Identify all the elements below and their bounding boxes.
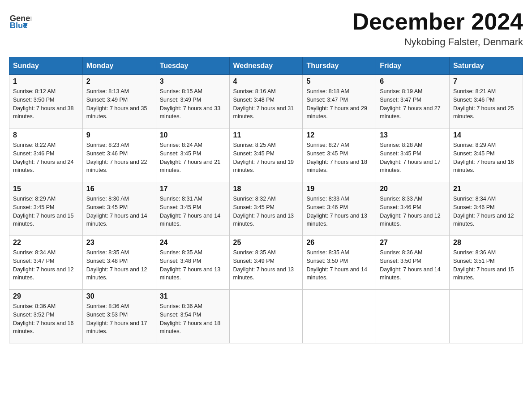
day-info: Sunrise: 8:36 AMSunset: 3:53 PMDaylight:… <box>86 302 152 336</box>
day-number: 14 <box>453 131 519 139</box>
calendar-cell: 14Sunrise: 8:29 AMSunset: 3:45 PMDayligh… <box>450 128 523 182</box>
day-info: Sunrise: 8:31 AMSunset: 3:45 PMDaylight:… <box>160 195 226 228</box>
calendar-cell: 12Sunrise: 8:27 AMSunset: 3:45 PMDayligh… <box>303 128 376 182</box>
day-number: 2 <box>86 77 152 86</box>
weekday-header-row: SundayMondayTuesdayWednesdayThursdayFrid… <box>9 57 523 75</box>
day-number: 24 <box>160 239 226 247</box>
calendar-cell <box>450 290 523 343</box>
day-number: 16 <box>86 185 152 193</box>
day-info: Sunrise: 8:28 AMSunset: 3:45 PMDaylight:… <box>380 141 446 175</box>
day-info: Sunrise: 8:32 AMSunset: 3:45 PMDaylight:… <box>233 195 299 228</box>
calendar-week-row: 29Sunrise: 8:36 AMSunset: 3:52 PMDayligh… <box>9 290 523 343</box>
day-number: 25 <box>233 239 299 247</box>
day-info: Sunrise: 8:24 AMSunset: 3:45 PMDaylight:… <box>160 141 226 175</box>
calendar-cell: 15Sunrise: 8:29 AMSunset: 3:45 PMDayligh… <box>9 182 83 236</box>
day-number: 5 <box>306 77 372 86</box>
weekday-header-friday: Friday <box>376 57 450 75</box>
day-number: 7 <box>453 77 519 86</box>
day-number: 1 <box>13 77 79 86</box>
calendar-week-row: 1Sunrise: 8:12 AMSunset: 3:50 PMDaylight… <box>9 75 523 128</box>
day-info: Sunrise: 8:29 AMSunset: 3:45 PMDaylight:… <box>453 141 519 175</box>
calendar-cell: 20Sunrise: 8:33 AMSunset: 3:46 PMDayligh… <box>376 182 450 236</box>
logo: General Blue <box>9 9 34 31</box>
weekday-header-monday: Monday <box>82 57 156 75</box>
day-info: Sunrise: 8:34 AMSunset: 3:47 PMDaylight:… <box>13 248 79 282</box>
day-info: Sunrise: 8:33 AMSunset: 3:46 PMDaylight:… <box>380 195 446 228</box>
day-info: Sunrise: 8:36 AMSunset: 3:51 PMDaylight:… <box>453 248 519 282</box>
day-number: 19 <box>306 185 372 193</box>
day-info: Sunrise: 8:33 AMSunset: 3:46 PMDaylight:… <box>306 195 372 228</box>
day-info: Sunrise: 8:25 AMSunset: 3:45 PMDaylight:… <box>233 141 299 175</box>
weekday-header-saturday: Saturday <box>450 57 523 75</box>
calendar-cell: 6Sunrise: 8:19 AMSunset: 3:47 PMDaylight… <box>376 75 450 128</box>
calendar-table: SundayMondayTuesdayWednesdayThursdayFrid… <box>9 57 523 343</box>
calendar-cell: 31Sunrise: 8:36 AMSunset: 3:54 PMDayligh… <box>156 290 229 343</box>
calendar-cell: 8Sunrise: 8:22 AMSunset: 3:46 PMDaylight… <box>9 128 83 182</box>
logo-icon: General Blue <box>9 9 31 31</box>
svg-text:Blue: Blue <box>10 21 28 30</box>
weekday-header-sunday: Sunday <box>9 57 83 75</box>
day-info: Sunrise: 8:18 AMSunset: 3:47 PMDaylight:… <box>306 87 372 121</box>
day-number: 20 <box>380 185 446 193</box>
calendar-body: 1Sunrise: 8:12 AMSunset: 3:50 PMDaylight… <box>9 75 523 343</box>
calendar-cell: 26Sunrise: 8:35 AMSunset: 3:50 PMDayligh… <box>303 236 376 290</box>
calendar-cell <box>229 290 303 343</box>
calendar-cell: 5Sunrise: 8:18 AMSunset: 3:47 PMDaylight… <box>303 75 376 128</box>
page-header: General Blue December 2024 Nykobing Fals… <box>9 9 523 48</box>
day-info: Sunrise: 8:29 AMSunset: 3:45 PMDaylight:… <box>13 195 79 228</box>
day-info: Sunrise: 8:22 AMSunset: 3:46 PMDaylight:… <box>13 141 79 175</box>
calendar-cell: 3Sunrise: 8:15 AMSunset: 3:49 PMDaylight… <box>156 75 229 128</box>
day-info: Sunrise: 8:35 AMSunset: 3:48 PMDaylight:… <box>86 248 152 282</box>
calendar-cell: 28Sunrise: 8:36 AMSunset: 3:51 PMDayligh… <box>450 236 523 290</box>
weekday-header-wednesday: Wednesday <box>229 57 303 75</box>
day-info: Sunrise: 8:23 AMSunset: 3:46 PMDaylight:… <box>86 141 152 175</box>
day-number: 4 <box>233 77 299 86</box>
day-info: Sunrise: 8:16 AMSunset: 3:48 PMDaylight:… <box>233 87 299 121</box>
day-info: Sunrise: 8:13 AMSunset: 3:49 PMDaylight:… <box>86 87 152 121</box>
calendar-cell: 7Sunrise: 8:21 AMSunset: 3:46 PMDaylight… <box>450 75 523 128</box>
day-number: 22 <box>13 239 79 247</box>
day-number: 27 <box>380 239 446 247</box>
day-number: 30 <box>86 292 152 300</box>
title-area: December 2024 Nykobing Falster, Denmark <box>352 9 523 48</box>
day-info: Sunrise: 8:35 AMSunset: 3:48 PMDaylight:… <box>160 248 226 282</box>
calendar-week-row: 15Sunrise: 8:29 AMSunset: 3:45 PMDayligh… <box>9 182 523 236</box>
day-number: 13 <box>380 131 446 139</box>
calendar-cell: 16Sunrise: 8:30 AMSunset: 3:45 PMDayligh… <box>82 182 156 236</box>
month-title: December 2024 <box>352 9 523 34</box>
day-info: Sunrise: 8:36 AMSunset: 3:52 PMDaylight:… <box>13 302 79 336</box>
calendar-cell: 2Sunrise: 8:13 AMSunset: 3:49 PMDaylight… <box>82 75 156 128</box>
calendar-cell: 19Sunrise: 8:33 AMSunset: 3:46 PMDayligh… <box>303 182 376 236</box>
day-number: 26 <box>306 239 372 247</box>
calendar-cell: 4Sunrise: 8:16 AMSunset: 3:48 PMDaylight… <box>229 75 303 128</box>
day-number: 31 <box>160 292 226 300</box>
calendar-cell: 17Sunrise: 8:31 AMSunset: 3:45 PMDayligh… <box>156 182 229 236</box>
calendar-cell: 13Sunrise: 8:28 AMSunset: 3:45 PMDayligh… <box>376 128 450 182</box>
day-number: 28 <box>453 239 519 247</box>
calendar-cell <box>376 290 450 343</box>
day-info: Sunrise: 8:27 AMSunset: 3:45 PMDaylight:… <box>306 141 372 175</box>
calendar-cell: 9Sunrise: 8:23 AMSunset: 3:46 PMDaylight… <box>82 128 156 182</box>
day-info: Sunrise: 8:30 AMSunset: 3:45 PMDaylight:… <box>86 195 152 228</box>
day-number: 8 <box>13 131 79 139</box>
day-info: Sunrise: 8:36 AMSunset: 3:50 PMDaylight:… <box>380 248 446 282</box>
calendar-cell: 27Sunrise: 8:36 AMSunset: 3:50 PMDayligh… <box>376 236 450 290</box>
day-number: 11 <box>233 131 299 139</box>
day-number: 9 <box>86 131 152 139</box>
day-info: Sunrise: 8:35 AMSunset: 3:49 PMDaylight:… <box>233 248 299 282</box>
calendar-cell: 22Sunrise: 8:34 AMSunset: 3:47 PMDayligh… <box>9 236 83 290</box>
location: Nykobing Falster, Denmark <box>352 36 523 48</box>
day-info: Sunrise: 8:21 AMSunset: 3:46 PMDaylight:… <box>453 87 519 121</box>
calendar-week-row: 22Sunrise: 8:34 AMSunset: 3:47 PMDayligh… <box>9 236 523 290</box>
day-number: 17 <box>160 185 226 193</box>
calendar-week-row: 8Sunrise: 8:22 AMSunset: 3:46 PMDaylight… <box>9 128 523 182</box>
calendar-cell: 30Sunrise: 8:36 AMSunset: 3:53 PMDayligh… <box>82 290 156 343</box>
day-number: 21 <box>453 185 519 193</box>
day-info: Sunrise: 8:36 AMSunset: 3:54 PMDaylight:… <box>160 302 226 336</box>
weekday-header-tuesday: Tuesday <box>156 57 229 75</box>
day-info: Sunrise: 8:34 AMSunset: 3:46 PMDaylight:… <box>453 195 519 228</box>
day-number: 3 <box>160 77 226 86</box>
calendar-cell: 21Sunrise: 8:34 AMSunset: 3:46 PMDayligh… <box>450 182 523 236</box>
calendar-cell: 23Sunrise: 8:35 AMSunset: 3:48 PMDayligh… <box>82 236 156 290</box>
calendar-cell: 25Sunrise: 8:35 AMSunset: 3:49 PMDayligh… <box>229 236 303 290</box>
